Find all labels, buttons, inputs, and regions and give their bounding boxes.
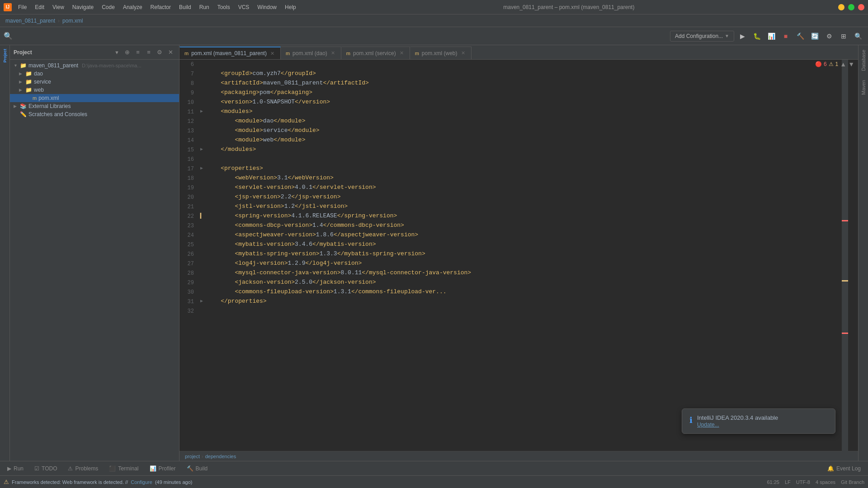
tab-pom-parent[interactable]: m pom.xml (maven_0811_parent) ✕ [179,47,281,59]
debug-button[interactable]: 🐛 [750,30,763,42]
build-button[interactable]: 🔨 [794,30,807,42]
settings-button[interactable]: ⚙ [823,30,835,42]
breadcrumb-root[interactable]: maven_0811_parent [5,18,55,24]
tree-item-service[interactable]: ▶ 📁 service [10,78,179,86]
line-content-21: <jstl-version>1.2</jstl-version> [205,202,348,211]
event-log-tab[interactable]: 🔔 Event Log [822,464,866,474]
menu-run[interactable]: Run [196,3,213,12]
gutter-11[interactable]: ▶ [198,107,205,116]
tab-close-4[interactable]: ✕ [460,50,467,56]
menu-window[interactable]: Window [254,3,280,12]
tree-item-root[interactable]: ▼ 📁 maven_0811_parent D:\java-maven-spac… [10,61,179,70]
project-icon[interactable]: Project [3,49,7,63]
line-num-19: 19 [179,183,198,192]
project-collapse-button[interactable]: ≡ [144,47,154,57]
sync-button[interactable]: 🔄 [808,30,821,42]
error-nav-down[interactable]: ▼ [848,61,854,68]
tab-close-3[interactable]: ✕ [399,50,405,56]
code-line-8: 8 <artifactId>maven_0811_parent</artifac… [179,79,858,88]
code-line-22: 22 ▍ <spring-version>4.1.6.RELEASE</spri… [179,211,858,221]
tab-pom-web[interactable]: m pom.xml (web) ✕ [410,47,472,59]
main-container: Project Project ▼ ⊕ ≡ ≡ ⚙ ✕ ▼ 📁 maven_08… [0,45,868,461]
gutter-15[interactable]: ▶ [198,145,205,154]
toolbar-right: Add Configuration... ▼ ▶ 🐛 📊 ■ 🔨 🔄 ⚙ ⊞ 🔍 [670,30,864,42]
maximize-button[interactable] [848,4,854,10]
menu-refactor[interactable]: Refactor [147,3,175,12]
stop-button[interactable]: ■ [779,30,792,42]
project-settings-button[interactable]: ⚙ [155,47,165,57]
breadcrumb-file[interactable]: pom.xml [62,18,83,24]
breadcrumb-footer-project[interactable]: project [185,454,200,459]
run-button[interactable]: ▶ [736,30,749,42]
tree-item-web[interactable]: ▶ 📁 web [10,86,179,94]
line-content-22: <spring-version>4.1.6.RELEASE</spring-ve… [205,211,397,221]
line-num-11: 11 [179,107,198,117]
error-nav-up[interactable]: ▲ [840,61,846,68]
menu-build[interactable]: Build [175,3,195,12]
root-arrow: ▼ [14,63,18,68]
tree-item-scratches[interactable]: ✏️ Scratches and Consoles [10,110,179,118]
project-dropdown[interactable]: ▼ [114,50,119,55]
code-line-19: 19 <servlet-version>4.0.1</servlet-versi… [179,183,858,192]
menu-view[interactable]: View [49,3,68,12]
menu-code[interactable]: Code [98,3,118,12]
run-with-coverage[interactable]: 📊 [765,30,778,42]
line-content-17: <properties> [205,164,263,173]
line-content-31: </properties> [205,297,267,306]
line-num-24: 24 [179,230,198,240]
bottom-tab-todo[interactable]: ☑ TODO [29,464,62,474]
notification-popup: ℹ IntelliJ IDEA 2020.3.4 available Updat… [682,408,835,434]
gutter-17[interactable]: ▶ [198,164,205,173]
search-icon[interactable]: 🔍 [4,32,13,40]
line-num-8: 8 [179,79,198,88]
bottom-tab-build[interactable]: 🔨 Build [181,464,213,474]
web-label: web [34,87,44,93]
breadcrumb-footer-dependencies[interactable]: dependencies [205,454,236,459]
layout-button[interactable]: ⊞ [837,30,850,42]
notification-update-link[interactable]: Update... [697,422,719,428]
tab-pom-dao[interactable]: m pom.xml (dao) ✕ [281,47,341,59]
bottom-tab-profiler[interactable]: 📊 Profiler [144,464,181,474]
line-num-30: 30 [179,287,198,297]
menu-file[interactable]: File [14,3,30,12]
tree-item-dao[interactable]: ▶ 📁 dao [10,70,179,78]
tab-close-2[interactable]: ✕ [330,50,336,56]
line-content-15: </modules> [205,145,256,154]
run-tab-icon: ▶ [7,465,11,472]
gutter-31[interactable]: ▶ [198,297,205,306]
add-configuration-button[interactable]: Add Configuration... ▼ [670,31,734,42]
breadcrumb-footer: project › dependencies [179,451,858,461]
bottom-tab-run[interactable]: ▶ Run [2,464,29,474]
menu-tools[interactable]: Tools [214,3,234,12]
minimize-button[interactable] [838,4,844,10]
bottom-tab-terminal[interactable]: ⬛ Terminal [104,464,144,474]
code-line-17: 17 ▶ <properties> [179,164,858,174]
find-button[interactable]: 🔍 [852,30,864,42]
tab-close-1[interactable]: ✕ [269,50,276,56]
line-content-11: <modules> [205,107,252,116]
branch-indicator: Git Branch [841,479,864,485]
run-tab-label: Run [14,465,24,472]
code-editor[interactable]: 6 7 <groupId>com.yzh7</groupId> 8 <artif… [179,60,858,451]
pom-xml-label: pom.xml [38,95,59,101]
line-num-16: 16 [179,155,198,164]
web-arrow: ▶ [19,88,24,92]
code-line-12: 12 <module>dao</module> [179,117,858,126]
database-tab[interactable]: Database [860,47,867,74]
tree-item-pom-xml[interactable]: m pom.xml [10,94,179,102]
configure-link[interactable]: Configure [131,479,152,485]
left-icon-rail: Project [0,45,10,461]
menu-vcs[interactable]: VCS [235,3,253,12]
tree-item-ext-libs[interactable]: ▶ 📚 External Libraries [10,102,179,110]
menu-analyze[interactable]: Analyze [119,3,146,12]
bottom-tab-problems[interactable]: ⚠ Problems [62,464,104,474]
menu-navigate[interactable]: Navigate [69,3,97,12]
project-expand-button[interactable]: ≡ [133,47,143,57]
tab-pom-service[interactable]: m pom.xml (service) ✕ [341,47,410,59]
close-button[interactable] [858,4,864,10]
menu-help[interactable]: Help [281,3,300,12]
maven-tab-right[interactable]: Maven [860,77,867,98]
menu-edit[interactable]: Edit [31,3,48,12]
project-locate-button[interactable]: ⊕ [122,47,132,57]
project-close-button[interactable]: ✕ [165,47,175,57]
